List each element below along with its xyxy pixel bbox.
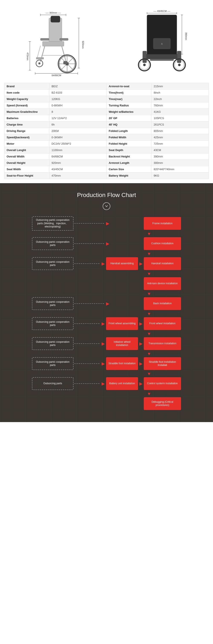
flow-row: Outsorcing parts▶Battery unit installati… <box>32 377 181 390</box>
spec-label: Armrest-to-seat <box>107 83 151 90</box>
flow-connector <box>74 264 99 264</box>
svg-text:---- 300mm ----: ---- 300mm ---- <box>46 12 61 14</box>
flow-connector <box>74 304 104 304</box>
spec-label: Carton Size <box>107 166 151 172</box>
spec-label: Battery Weight <box>107 172 151 179</box>
flow-outsource-box: Outsorcing parts\ cooperation parts <box>32 237 74 250</box>
spec-value: 0-3KM/H <box>49 134 107 141</box>
flow-step-box: Initiative wheel installation <box>106 337 138 350</box>
flow-row: Outsorcing parts\ cooperation parts▶Stra… <box>32 357 181 370</box>
flow-rows: Outsorcing parts\ cooperation parts (Wel… <box>32 216 181 410</box>
svg-rect-6 <box>43 42 64 46</box>
flow-outsource-box: Outsorcing parts\ cooperation parts <box>32 297 74 310</box>
svg-text:A: A <box>161 43 163 45</box>
flow-outsource-box: Outsorcing parts <box>32 377 74 390</box>
svg-rect-5 <box>51 16 60 22</box>
svg-rect-42 <box>146 54 178 59</box>
spec-value: 8 <box>49 109 107 115</box>
flow-connector <box>74 344 99 344</box>
flow-step-box: Transmission installation <box>144 337 181 350</box>
spec-value: 8inch <box>151 90 209 96</box>
flow-step-box: Straddle foot installation Installati <box>144 357 181 370</box>
svg-rect-43 <box>143 51 146 63</box>
spec-label: Weight w/Batteries <box>107 109 151 115</box>
chevron-down-icon <box>105 204 108 208</box>
spec-value: 6h <box>49 122 107 128</box>
flow-chevron-icon <box>4 202 209 210</box>
spec-value: 22inch <box>151 96 209 102</box>
specs-section: BrandBEIZArmrest-to-seat215mmItem codeBZ… <box>0 81 213 183</box>
flow-connector <box>74 223 104 224</box>
flow-arrow-down: ▼ <box>130 332 168 336</box>
svg-rect-24 <box>64 61 67 64</box>
flow-arrow-right: ▶ <box>106 241 109 246</box>
flow-row: Outsorcing parts\ cooperation parts▶Cush… <box>32 237 181 250</box>
spec-label: Brand <box>5 83 49 90</box>
wheelchair-right-svg: ---- 43/45CM ---- A 390mm <box>134 8 189 76</box>
flow-step-box: Cushion installation <box>144 237 181 250</box>
spec-label: Folded Width <box>107 134 151 141</box>
flow-section: Production Flow Chart Outsorcing parts\ … <box>0 183 213 422</box>
spec-value: 120KG <box>49 96 107 102</box>
flow-step-box: Frame installation <box>144 217 181 230</box>
spec-label: Seat Width <box>5 166 49 172</box>
spec-label: Seat-to-Floor Height <box>5 172 49 179</box>
flow-row: Outsorcing parts\ cooperation parts (Wel… <box>32 216 181 230</box>
flow-title: Production Flow Chart <box>4 192 209 198</box>
flow-outsource-box: Outsorcing parts\ cooperation parts <box>32 317 74 330</box>
spec-label: Charge time <box>5 122 49 128</box>
spec-label: Weight Capacity <box>5 96 49 102</box>
svg-line-9 <box>41 46 45 62</box>
spec-label: Overall Width <box>5 154 49 160</box>
svg-text:---- 43/45CM ----: ---- 43/45CM ---- <box>153 10 170 12</box>
wheelchair-left-diagram: ---- 300mm ---- <box>24 8 96 76</box>
spec-value: DC24V 250W*2 <box>49 141 107 147</box>
spec-label: Maximum Grade/Incline <box>5 109 49 115</box>
svg-point-13 <box>38 62 41 64</box>
spec-value: 105PCS <box>151 115 209 122</box>
flow-step-box: Battery unit installation <box>106 377 138 390</box>
flow-arrow-right: ▶ <box>139 361 142 366</box>
spec-label: Folded Length <box>107 128 151 134</box>
flow-arrow-right: ▶ <box>102 261 105 266</box>
flow-outsource-box: Outsorcing parts\ cooperation parts <box>32 257 74 270</box>
spec-value: 920mm <box>49 160 107 166</box>
svg-rect-7 <box>60 38 68 40</box>
flow-arrow-down: ▼ <box>130 352 168 356</box>
flow-arrow-right: ▶ <box>139 381 142 386</box>
spec-label: Motor <box>5 141 49 147</box>
spec-value: BEIZ <box>49 83 107 90</box>
flow-step-box: Handrail installation <box>144 257 181 270</box>
spec-value: 41KG <box>151 109 209 115</box>
spec-value: 20KM <box>49 128 107 134</box>
flow-row: Outsorcing parts\ cooperation parts▶Back… <box>32 297 181 310</box>
flow-arrow-down: ▼ <box>130 292 168 296</box>
svg-point-47 <box>143 64 146 66</box>
flow-connector <box>74 384 99 384</box>
spec-label: Backrest Height <box>107 154 151 160</box>
spec-value: 725mm <box>151 141 209 147</box>
spec-label: 20' GP <box>107 115 151 122</box>
chevron-circle[interactable] <box>103 202 110 210</box>
spec-label: Driving Range <box>5 128 49 134</box>
spec-value: 760mm <box>151 102 209 109</box>
spec-value: 805mm <box>151 128 209 134</box>
svg-text:920mm: 920mm <box>82 41 84 49</box>
flow-outsource-box: Outsorcing parts\ cooperation parts <box>32 337 74 350</box>
spec-label: Folded Height <box>107 141 151 147</box>
flow-outsource-box: Outsorcing parts\ cooperation parts (Wel… <box>32 216 74 230</box>
flow-step-box: Front wheel assembling <box>106 317 138 330</box>
flow-arrow-down: ▼ <box>130 372 168 376</box>
svg-text:470mm: 470mm <box>27 52 29 60</box>
flow-step-box: Front wheel installation <box>144 317 181 330</box>
flow-arrow-right: ▶ <box>139 341 142 346</box>
spec-value: 1100mm <box>49 147 107 154</box>
flow-row: Debugging (Critical procedures) <box>32 397 181 410</box>
flow-step-box: Control systerm installation <box>144 377 181 390</box>
svg-text:64/66CM: 64/66CM <box>52 74 61 76</box>
svg-rect-22 <box>36 58 44 59</box>
product-diagram-section: ---- 300mm ---- <box>0 0 213 81</box>
spec-label: Turning Radius <box>107 102 151 109</box>
spec-value: 43/45CM <box>49 166 107 172</box>
flow-row: Outsorcing parts\ cooperation parts▶Init… <box>32 337 181 350</box>
